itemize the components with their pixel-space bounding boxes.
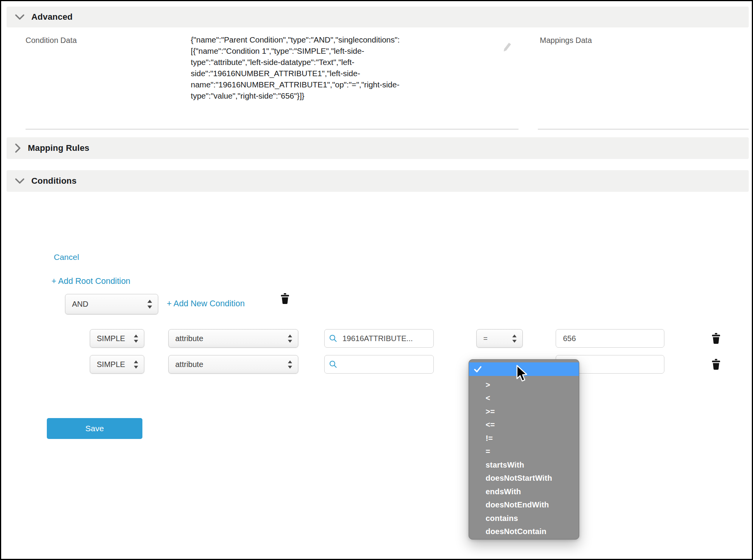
mappings-data-label: Mappings Data xyxy=(540,36,592,45)
section-advanced-header[interactable]: Advanced xyxy=(7,7,749,27)
section-conditions-title: Conditions xyxy=(31,176,77,186)
condition2-type-select[interactable]: SIMPLE xyxy=(90,355,144,374)
menu-item-selected[interactable] xyxy=(469,362,579,376)
save-button[interactable]: Save xyxy=(47,418,142,439)
add-root-condition-link[interactable]: + Add Root Condition xyxy=(51,277,130,286)
select-stepper-icon xyxy=(147,300,152,309)
root-operator-value: AND xyxy=(72,300,144,309)
trash-icon xyxy=(712,333,720,344)
condition2-type-value: SIMPLE xyxy=(97,360,130,369)
edit-icon[interactable] xyxy=(502,41,513,54)
delete-root-condition-button[interactable] xyxy=(281,293,289,304)
condition1-leftside-type-value: attribute xyxy=(175,334,284,343)
menu-items: > < >= <= != = startsWith doesNotStartWi… xyxy=(469,376,579,538)
select-stepper-icon xyxy=(512,335,517,343)
select-stepper-icon xyxy=(288,335,293,343)
condition2-attribute-search xyxy=(324,355,434,374)
menu-item[interactable]: doesNotStartWith xyxy=(469,472,579,485)
condition1-operator-value: = xyxy=(483,334,509,343)
chevron-down-icon xyxy=(15,14,24,20)
menu-item[interactable]: != xyxy=(469,432,579,445)
condition-data-value: {"name":"Parent Condition","type":"AND",… xyxy=(191,34,504,101)
section-mapping-rules-header[interactable]: Mapping Rules xyxy=(7,137,749,159)
section-advanced-title: Advanced xyxy=(31,12,73,22)
condition1-type-select[interactable]: SIMPLE xyxy=(90,329,144,348)
section-conditions-header[interactable]: Conditions xyxy=(7,170,749,192)
condition-data-label: Condition Data xyxy=(26,36,77,45)
cancel-link[interactable]: Cancel xyxy=(54,253,79,262)
add-new-condition-link[interactable]: + Add New Condition xyxy=(167,299,245,309)
select-stepper-icon xyxy=(288,360,293,369)
condition2-leftside-type-select[interactable]: attribute xyxy=(168,355,298,374)
operator-dropdown-menu: > < >= <= != = startsWith doesNotStartWi… xyxy=(469,359,579,540)
condition1-value-input[interactable] xyxy=(556,329,664,348)
menu-item[interactable]: > xyxy=(469,378,579,392)
chevron-down-icon xyxy=(15,178,24,184)
menu-item[interactable]: doesNotEndWith xyxy=(469,499,579,512)
trash-icon xyxy=(281,293,289,304)
menu-item[interactable]: contains xyxy=(469,512,579,525)
menu-item[interactable]: doesNotContain xyxy=(469,525,579,539)
select-stepper-icon xyxy=(133,360,139,369)
select-stepper-icon xyxy=(133,335,139,343)
condition1-type-value: SIMPLE xyxy=(97,334,130,343)
menu-item[interactable]: >= xyxy=(469,405,579,418)
menu-item[interactable]: < xyxy=(469,392,579,405)
menu-item[interactable]: = xyxy=(469,445,579,459)
condition1-operator-select[interactable]: = xyxy=(476,329,523,348)
panel: Advanced Condition Data {"name":"Parent … xyxy=(0,0,753,560)
menu-item[interactable]: <= xyxy=(469,418,579,432)
menu-item[interactable]: startsWith xyxy=(469,458,579,472)
condition-data-field: Condition Data {"name":"Parent Condition… xyxy=(26,34,519,130)
condition1-attribute-input[interactable] xyxy=(324,329,434,348)
root-operator-select[interactable]: AND xyxy=(65,294,158,314)
condition1-attribute-search xyxy=(324,329,434,348)
condition1-leftside-type-select[interactable]: attribute xyxy=(168,329,298,348)
check-icon xyxy=(474,366,482,373)
mappings-data-field: Mappings Data xyxy=(538,34,749,130)
section-mapping-rules-title: Mapping Rules xyxy=(28,143,89,153)
delete-condition1-button[interactable] xyxy=(712,333,720,344)
menu-item[interactable]: endsWith xyxy=(469,485,579,499)
delete-condition2-button[interactable] xyxy=(712,359,720,370)
chevron-right-icon xyxy=(15,143,21,153)
trash-icon xyxy=(712,359,720,370)
condition2-attribute-input[interactable] xyxy=(324,355,434,374)
condition2-leftside-type-value: attribute xyxy=(175,360,284,369)
